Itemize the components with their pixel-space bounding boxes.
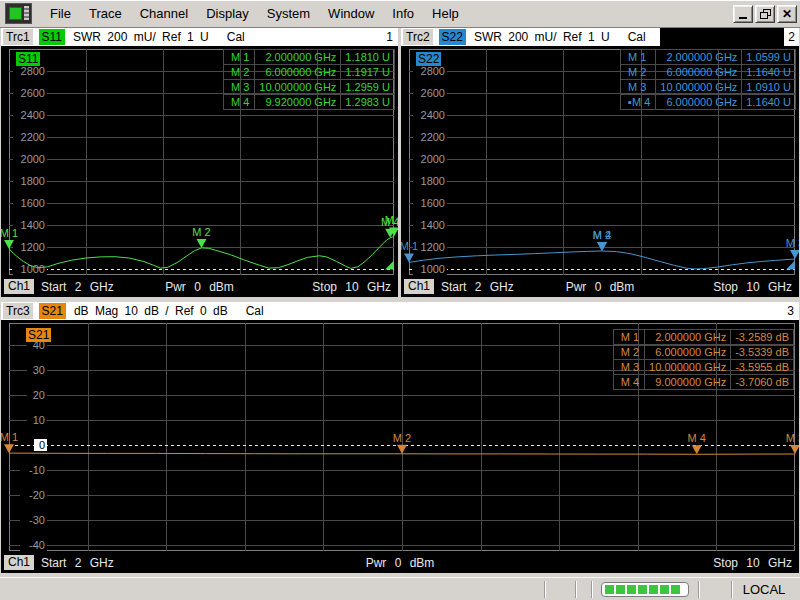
marker-row: M 12.000000 GHz1.0599 U [621,50,796,65]
menu-window[interactable]: Window [319,5,383,22]
marker-cell: 6.000000 GHz [656,65,742,80]
s22-trace-chip: S22 [416,52,441,66]
menu-channel[interactable]: Channel [131,5,197,22]
svg-text:2200: 2200 [421,131,445,143]
marker-cell: 10.000000 GHz [656,80,742,95]
svg-text:1400: 1400 [421,219,445,231]
marker-cell: 2.000000 GHz [255,50,341,65]
marker-cell: ▪M 4 [621,95,656,110]
svg-text:1600: 1600 [421,197,445,209]
marker-cell: M 3 [621,80,656,95]
minimize-button[interactable] [733,5,753,23]
marker-cell: -3.5339 dB [731,345,794,360]
marker-cell: M 1 [621,50,656,65]
marker-cell: M 2 [613,345,644,360]
svg-text:2600: 2600 [421,87,445,99]
trc1-label[interactable]: Trc1 [3,29,33,45]
s11-marker-table: M 12.000000 GHz1.1810 UM 26.000000 GHz1.… [223,49,395,110]
marker-cell: 6.000000 GHz [656,95,742,110]
s21-marker-table: M 12.000000 GHz-3.2589 dBM 26.000000 GHz… [613,329,794,390]
marker-row: ▪M 46.000000 GHz1.1640 U [621,95,796,110]
progress-segment [671,585,680,594]
stop-frequency: Stop 10 GHz [312,280,391,294]
marker-row: M 310.000000 GHz1.0910 U [621,80,796,95]
statusbar-separator [698,581,699,598]
progress-segment [616,585,625,594]
menu-system[interactable]: System [258,5,319,22]
trc2-param-s22[interactable]: S22 [439,29,466,45]
trace-window-trc3: Trc3 S21 dB Mag 10 dB / Ref 0 dB Cal 3 4… [1,302,799,573]
marker-cell: 10.000000 GHz [255,80,341,95]
s21-plot-area[interactable]: 403020100-10-20-30-40M 1M 2M 4M 3 S21 M … [1,320,799,553]
trc1-header[interactable]: Trc1 S11 SWR 200 mU/ Ref 1 U Cal 1 [1,28,398,46]
marker-cell: 6.000000 GHz [255,65,341,80]
marker-cell: -3.2589 dB [731,330,794,345]
marker-cell: M 1 [223,50,254,65]
minimize-icon [739,17,747,19]
channel-label[interactable]: Ch1 [404,279,434,294]
local-mode-indicator: LOCAL [733,582,795,597]
close-button[interactable]: ✕ [777,5,797,23]
power-level: Pwr 0 dBm [566,280,635,294]
marker-cell: M 4 [613,375,644,390]
restore-button[interactable] [755,5,775,23]
marker-cell: 10.000000 GHz [645,360,731,375]
trc2-header[interactable]: Trc2 S22 SWR 200 mU/ Ref 1 U Cal 2 [401,28,799,46]
marker-row: M 49.000000 GHz-3.7060 dB [613,375,793,390]
svg-text:2600: 2600 [21,87,45,99]
svg-text:M 2: M 2 [192,226,210,238]
channel-label[interactable]: Ch1 [4,279,34,294]
menu-file[interactable]: File [41,5,80,22]
svg-text:1800: 1800 [421,175,445,187]
trc3-param-s21[interactable]: S21 [39,303,66,319]
menu-trace[interactable]: Trace [80,5,131,22]
channel-label[interactable]: Ch1 [4,555,34,570]
trc2-cal-label: Cal [628,30,646,44]
s22-plot-area[interactable]: 2800260024002200200018001600140012001000… [401,46,799,277]
svg-text:2000: 2000 [421,153,445,165]
trc3-header[interactable]: Trc3 S21 dB Mag 10 dB / Ref 0 dB Cal 3 [1,302,799,320]
trc3-label[interactable]: Trc3 [3,303,33,319]
marker-cell: 1.1640 U [742,95,796,110]
progress-segment [605,585,614,594]
restore-icon [760,9,771,19]
svg-text:M 1: M 1 [1,227,18,239]
marker-cell: 2.000000 GHz [645,330,731,345]
marker-cell: 1.2959 U [341,80,395,95]
s11-trace-chip: S11 [16,52,40,66]
trc2-window-number: 2 [784,28,799,46]
marker-cell: M 4 [223,95,254,110]
svg-text:-20: -20 [29,489,45,501]
menu-help[interactable]: Help [423,5,468,22]
marker-cell: M 3 [613,360,644,375]
svg-text:M 1: M 1 [401,240,418,252]
svg-text:M 3: M 3 [786,237,799,249]
power-level: Pwr 0 dBm [165,280,234,294]
svg-text:M 3: M 3 [786,432,799,444]
s21-trace-chip: S21 [26,328,51,342]
menu-info[interactable]: Info [383,5,423,22]
marker-row: M 26.000000 GHz1.1917 U [223,65,394,80]
power-level: Pwr 0 dBm [366,556,435,570]
trc2-label[interactable]: Trc2 [403,29,433,45]
trc1-channel-footer: Ch1 Start 2 GHz Pwr 0 dBm Stop 10 GHz [1,277,398,297]
svg-text:M 2: M 2 [393,432,411,444]
menu-display[interactable]: Display [197,5,258,22]
svg-text:1000: 1000 [21,263,45,275]
svg-text:2400: 2400 [21,109,45,121]
progress-segment [638,585,647,594]
trc1-format: SWR 200 mU/ Ref 1 U [73,30,209,44]
s11-plot-area[interactable]: 2800260024002200200018001600140012001000… [1,46,398,277]
start-frequency: Start 2 GHz [441,280,514,294]
trc1-param-s11[interactable]: S11 [39,29,65,45]
svg-text:M 1: M 1 [1,431,18,443]
svg-text:-40: -40 [29,539,45,551]
progress-segment [649,585,658,594]
trc1-window-number: 1 [386,30,393,44]
marker-row: M 26.000000 GHz1.1640 U [621,65,796,80]
window-controls: ✕ [733,5,797,23]
svg-text:-30: -30 [29,514,45,526]
marker-cell: M 3 [223,80,254,95]
trc2-channel-footer: Ch1 Start 2 GHz Pwr 0 dBm Stop 10 GHz [401,277,799,297]
svg-text:2200: 2200 [21,131,45,143]
